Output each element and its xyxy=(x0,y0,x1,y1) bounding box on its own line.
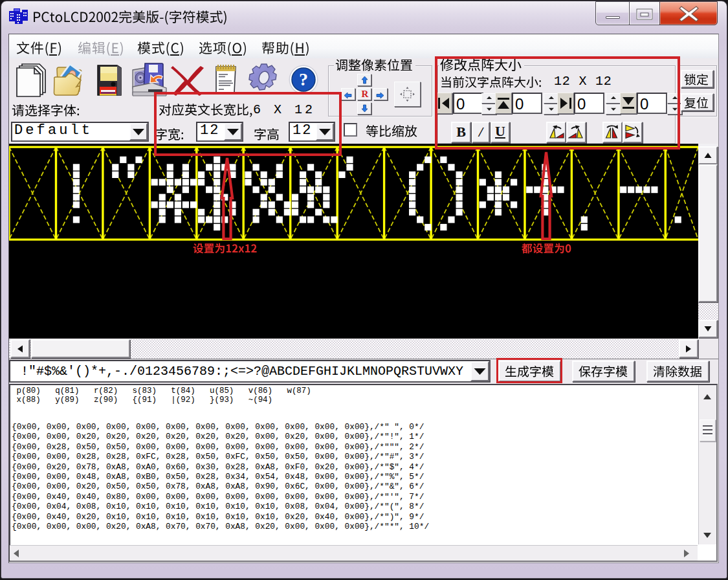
svg-text:?: ? xyxy=(299,69,308,89)
